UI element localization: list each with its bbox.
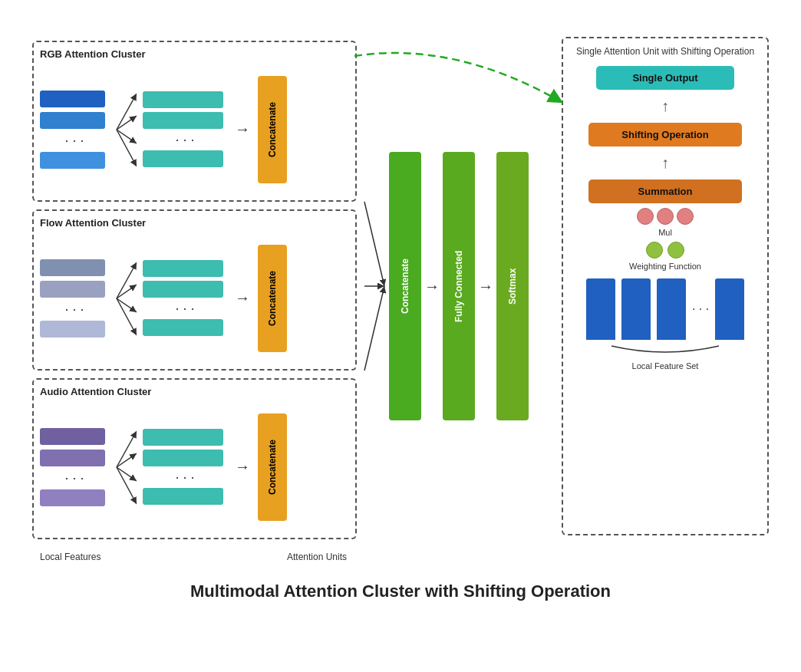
svg-line-0 (117, 94, 137, 130)
global-concat-block: Concatenate (389, 152, 421, 420)
salmon-circle-1 (637, 208, 654, 225)
right-dots: · · · (692, 302, 709, 316)
green-circle-1 (646, 242, 663, 259)
rgb-attn-1 (143, 91, 223, 108)
green-circle-2 (668, 242, 684, 259)
rgb-cluster-content: · · · (40, 64, 349, 194)
rgb-arrow: → (235, 120, 250, 138)
audio-attn-1 (143, 429, 223, 446)
flow-cluster-box: Flow Attention Cluster · · · (32, 209, 357, 371)
diagram-container: RGB Attention Cluster · · · (25, 29, 776, 643)
salmon-circles (637, 208, 694, 225)
arrow-to-softmax: → (478, 278, 493, 295)
left-circles-col: Mul Weighting Function (629, 208, 701, 271)
arrow-up-2: ↑ (661, 154, 669, 172)
svg-line-2 (117, 130, 137, 143)
svg-line-10 (117, 467, 137, 481)
salmon-circle-3 (677, 208, 694, 225)
single-output-box: Single Output (596, 66, 734, 90)
svg-line-7 (117, 298, 137, 335)
flow-attn-1 (143, 260, 223, 277)
flow-bar-2 (40, 281, 105, 298)
audio-concat-block: Concatenate (258, 413, 287, 521)
local-feature-set-label: Local Feature Set (604, 344, 727, 371)
svg-line-5 (117, 285, 137, 298)
right-bar-4 (715, 278, 744, 340)
weighting-label: Weighting Function (629, 262, 701, 271)
fc-block: Fully Connected (443, 152, 475, 420)
svg-line-1 (117, 116, 137, 130)
audio-dots: · · · (40, 471, 109, 485)
audio-bar-3 (40, 489, 105, 506)
svg-line-9 (117, 453, 137, 467)
right-feature-bars: · · · (586, 278, 744, 340)
rgb-attention-units: · · · (143, 91, 227, 167)
middle-section: Concatenate → Fully Connected → Softmax (363, 152, 529, 420)
arrow-up-1: ↑ (661, 97, 669, 115)
svg-line-14 (364, 286, 384, 371)
audio-cluster-content: · · · (40, 402, 349, 532)
rgb-feature-bars: · · · (40, 76, 109, 183)
audio-fanout (115, 417, 137, 517)
audio-bar-2 (40, 450, 105, 466)
softmax-block: Softmax (496, 152, 529, 420)
flow-arrow: → (235, 289, 250, 307)
audio-attn-dots: · · · (143, 470, 227, 484)
right-bar-2 (621, 278, 651, 340)
flow-fanout (115, 249, 137, 348)
svg-line-11 (117, 467, 137, 504)
green-circles (646, 242, 684, 259)
rgb-cluster-label: RGB Attention Cluster (40, 48, 349, 60)
audio-attn-2 (143, 450, 223, 466)
flow-concat-block: Concatenate (258, 245, 287, 352)
circles-area: Mul Weighting Function (629, 208, 701, 271)
flow-dots: · · · (40, 302, 109, 316)
clusters-section: RGB Attention Cluster · · · (32, 41, 357, 562)
audio-attention-units: · · · (143, 429, 227, 505)
svg-line-8 (117, 431, 137, 467)
audio-cluster-label: Audio Attention Cluster (40, 386, 349, 397)
flow-attn-3 (143, 319, 223, 336)
flow-attn-2 (143, 281, 223, 298)
figure-title: Multimodal Attention Cluster with Shifti… (190, 581, 611, 601)
flow-bar-3 (40, 321, 105, 338)
rgb-attn-2 (143, 112, 223, 129)
svg-line-3 (117, 130, 137, 166)
shifting-operation-box: Shifting Operation (588, 123, 742, 147)
local-features-label: Local Features (40, 552, 101, 562)
fanin-arrows (363, 152, 386, 420)
attention-units-label: Attention Units (287, 552, 347, 562)
rgb-concat-block: Concatenate (258, 76, 287, 183)
right-bar-1 (586, 278, 615, 340)
flow-feature-bars: · · · (40, 245, 109, 352)
summation-box: Summation (588, 180, 742, 203)
mul-label: Mul (658, 228, 672, 237)
rgb-fanout (115, 80, 137, 180)
svg-line-6 (117, 298, 137, 312)
right-section-title: Single Attention Unit with Shifting Oper… (576, 46, 754, 58)
rgb-cluster-box: RGB Attention Cluster · · · (32, 41, 357, 202)
local-feature-set-text: Local Feature Set (632, 361, 699, 371)
audio-attn-3 (143, 488, 223, 505)
flow-cluster-label: Flow Attention Cluster (40, 217, 349, 229)
rgb-bar-3 (40, 152, 105, 169)
right-wrapper: Single Attention Unit with Shifting Oper… (546, 37, 769, 535)
right-inner: Single Output ↑ Shifting Operation ↑ Sum… (571, 66, 760, 526)
flow-attn-dots: · · · (143, 301, 227, 315)
arrow-to-fc: → (424, 278, 440, 295)
flow-bar-1 (40, 259, 105, 276)
rgb-bar-1 (40, 91, 105, 107)
salmon-circle-2 (657, 208, 674, 225)
bottom-labels: Local Features Attention Units (32, 552, 354, 562)
right-section: Single Attention Unit with Shifting Oper… (562, 37, 769, 535)
audio-feature-bars: · · · (40, 413, 109, 521)
main-diagram: RGB Attention Cluster · · · (32, 29, 769, 574)
svg-line-12 (364, 202, 384, 286)
svg-line-4 (117, 262, 137, 298)
rgb-attn-3 (143, 150, 223, 167)
flow-cluster-content: · · · (40, 233, 349, 363)
right-bar-3 (657, 278, 686, 340)
rgb-attn-dots: · · · (143, 133, 227, 147)
rgb-bar-2 (40, 112, 105, 129)
audio-arrow: → (235, 458, 250, 476)
